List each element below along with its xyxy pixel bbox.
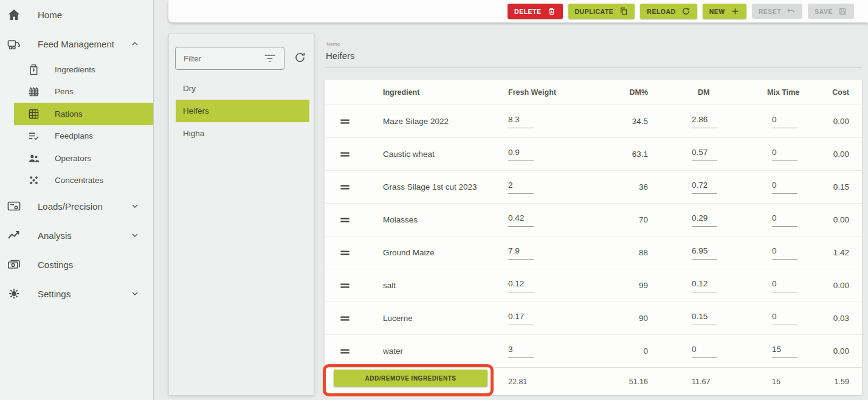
save-icon: [838, 7, 847, 16]
name-field-underline: [325, 67, 862, 68]
copy-icon: [619, 7, 628, 16]
sidebar-item-feed-management[interactable]: Feed Management: [0, 29, 153, 58]
dm-input[interactable]: 6.95: [692, 246, 717, 260]
col-header-ingredient: Ingredient: [365, 88, 506, 97]
ration-list-item[interactable]: Higha: [176, 122, 309, 145]
delete-button[interactable]: DELETE: [508, 4, 562, 19]
fresh-weight-input[interactable]: 3: [508, 345, 534, 358]
sidebar-item-analysis[interactable]: Analysis: [0, 221, 153, 250]
sidebar-item-settings[interactable]: Settings: [0, 279, 153, 308]
fresh-weight-input[interactable]: 0.12: [508, 279, 534, 292]
dm-input[interactable]: 0.72: [692, 181, 717, 194]
sidebar-item-label: Loads/Precision: [38, 201, 103, 212]
cell-cost: 0.03: [802, 314, 862, 323]
cell-cost: 0.15: [802, 182, 862, 191]
sidebar-item-loads-precision[interactable]: Loads/Precision: [0, 191, 153, 221]
refresh-list-icon[interactable]: [294, 51, 306, 64]
drag-handle-icon[interactable]: [339, 314, 351, 323]
dm-input[interactable]: 2.86: [692, 115, 717, 128]
ingredients-table: Ingredient Fresh Weight DM% DM Mix Time …: [325, 80, 862, 395]
cell-cost: 1.42: [802, 248, 862, 257]
cell-cost: 0.00: [802, 150, 862, 159]
mix-time-input[interactable]: 15: [772, 345, 797, 358]
mix-time-input[interactable]: 0: [772, 246, 797, 260]
sidebar-item-ingredients[interactable]: Ingredients: [0, 58, 153, 81]
dm-input[interactable]: 0.29: [692, 213, 717, 227]
ration-list-item[interactable]: Heifers: [176, 100, 309, 122]
filter-input[interactable]: Filter: [175, 47, 284, 70]
drag-handle-icon[interactable]: [339, 249, 351, 257]
drag-handle-icon[interactable]: [339, 281, 351, 290]
cell-dm-pct: 70: [601, 215, 655, 224]
fresh-weight-input[interactable]: 7.9: [508, 246, 534, 260]
mix-time-input[interactable]: 0: [772, 115, 797, 128]
sidebar-item-home[interactable]: Home: [0, 0, 153, 29]
fresh-weight-input[interactable]: 8.3: [508, 115, 534, 128]
cell-ingredient: Maze Silage 2022: [365, 117, 506, 126]
table-row: Ground Maize 7.9 88 6.95 0 1.42: [325, 236, 862, 269]
fresh-weight-input[interactable]: 0.9: [508, 148, 534, 161]
costings-icon: [7, 257, 21, 272]
sidebar-item-pens[interactable]: Pens: [0, 81, 153, 103]
fresh-weight-input[interactable]: 0.17: [508, 312, 534, 325]
feed-management-icon: [7, 36, 21, 51]
dm-input[interactable]: 0.15: [692, 312, 717, 325]
undo-icon: [787, 7, 796, 16]
sidebar-item-rations[interactable]: Rations: [0, 103, 153, 125]
table-row: Maze Silage 2022 8.3 34.5 2.86 0 0.00: [325, 105, 862, 137]
mix-time-input[interactable]: 0: [772, 312, 797, 325]
sidebar-item-label: Analysis: [38, 230, 72, 241]
filter-placeholder: Filter: [184, 54, 201, 63]
name-field-label: Name: [326, 41, 340, 47]
total-dm-pct: 51.16: [601, 378, 655, 386]
sidebar-item-label: Costings: [38, 260, 73, 270]
table-row: water 3 0 0 15 0.00: [325, 334, 862, 367]
reset-button[interactable]: RESET: [752, 4, 803, 19]
name-field-value[interactable]: Heifers: [326, 50, 355, 61]
dm-input[interactable]: 0.57: [692, 148, 717, 161]
cell-dm-pct: 36: [601, 182, 655, 191]
table-row: salt 0.12 99 0.12 0 0.00: [325, 269, 862, 302]
fresh-weight-input[interactable]: 2: [508, 181, 534, 194]
ration-list-item[interactable]: Dry: [176, 77, 309, 100]
duplicate-button[interactable]: DUPLICATE: [568, 4, 635, 19]
cell-ingredient: Caustic wheat: [365, 150, 506, 159]
drag-handle-icon[interactable]: [339, 183, 351, 191]
cell-cost: 0.00: [802, 347, 862, 356]
add-remove-ingredients-button[interactable]: ADD/REMOVE INGREDIENTS: [334, 370, 487, 387]
sidebar-item-concentrates[interactable]: Concentrates: [0, 170, 153, 192]
reload-button[interactable]: RELOAD: [640, 4, 697, 19]
col-header-dm-pct: DM%: [601, 88, 655, 97]
mix-time-input[interactable]: 0: [772, 181, 797, 194]
sidebar-item-label: Operators: [55, 154, 91, 163]
dm-input[interactable]: 0: [692, 345, 717, 358]
mix-time-input[interactable]: 0: [772, 279, 797, 292]
refresh-icon: [681, 7, 691, 16]
drag-handle-icon[interactable]: [339, 216, 351, 224]
sidebar-item-costings[interactable]: Costings: [0, 250, 153, 279]
mix-time-input[interactable]: 0: [772, 213, 797, 227]
save-button[interactable]: SAVE: [808, 4, 854, 19]
duplicate-button-label: DUPLICATE: [575, 8, 614, 15]
drag-handle-icon[interactable]: [339, 150, 351, 159]
drag-handle-icon[interactable]: [339, 117, 351, 126]
drag-handle-icon[interactable]: [339, 347, 351, 356]
total-dm: 11.67: [655, 378, 720, 386]
pens-icon: [27, 85, 40, 98]
new-button[interactable]: NEW: [703, 4, 746, 19]
filter-icon: [264, 54, 276, 63]
fresh-weight-input[interactable]: 0.42: [508, 213, 534, 227]
cell-dm-pct: 88: [601, 248, 655, 257]
sidebar-item-label: Rations: [55, 109, 83, 119]
chevron-down-icon: [130, 201, 140, 211]
plus-icon: [731, 7, 740, 16]
sidebar-item-feedplans[interactable]: Feedplans: [0, 125, 153, 148]
chevron-up-icon: [130, 39, 140, 49]
col-header-dm: DM: [655, 88, 720, 97]
sidebar-item-operators[interactable]: Operators: [0, 147, 153, 170]
cell-ingredient: Grass Silage 1st cut 2023: [365, 182, 506, 191]
dm-input[interactable]: 0.12: [692, 279, 717, 292]
cell-dm-pct: 99: [601, 281, 655, 290]
mix-time-input[interactable]: 0: [772, 148, 797, 161]
sidebar-item-label: Feed Management: [38, 39, 114, 49]
